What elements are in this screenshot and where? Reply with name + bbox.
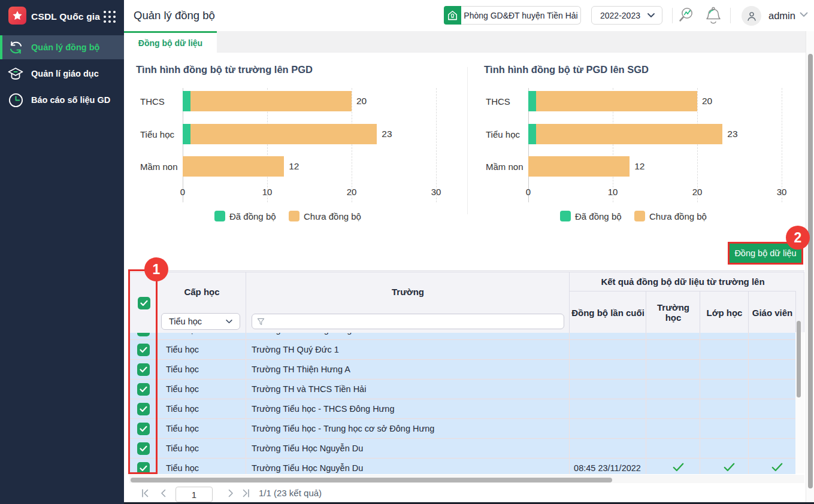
gridline [697, 88, 698, 202]
prev-page-icon[interactable] [159, 488, 168, 498]
table-vertical-scrollbar[interactable] [795, 332, 804, 473]
bar-value-label: 12 [634, 161, 644, 172]
legend-swatch [560, 211, 571, 221]
table-row[interactable]: Tiểu họcTrường Tiểu Học Nguyễn Du08:45 2… [129, 459, 795, 474]
cell-last-sync: 08:45 23/11/2022 [569, 459, 646, 474]
gridline [352, 88, 352, 202]
cell-school: Trường Tiểu Học Nguyễn Du [252, 439, 363, 458]
bar-segment-synced [528, 91, 536, 111]
divider [730, 8, 731, 23]
table-rows: Tiểu họcTrường TH Phương CôngTiểu họcTrư… [129, 333, 795, 474]
column-divider [646, 379, 646, 399]
bar-segment-unsynced [536, 91, 697, 111]
page-title: Quản lý đồng bộ [134, 0, 215, 31]
next-page-icon[interactable] [226, 488, 235, 498]
legend-swatch [634, 211, 645, 221]
school-year-value: 2022-2023 [600, 11, 640, 20]
bar-segment-unsynced [536, 124, 722, 144]
x-tick-label: 30 [431, 187, 441, 197]
table-row[interactable]: Tiểu họcTrường TH Quý Đức 1 [129, 340, 795, 360]
apps-grid-icon[interactable] [103, 10, 116, 23]
pagination: 1 1/1 (23 kết quả) [124, 483, 806, 502]
column-divider [646, 399, 646, 419]
cell-level: Tiểu học [166, 333, 199, 339]
table-vertical-scrollbar-thumb[interactable] [797, 321, 801, 397]
sidebar-item-1[interactable]: Quản lí giáo dục [0, 62, 124, 86]
column-divider [646, 340, 646, 360]
results-count: 1/1 (23 kết quả) [259, 483, 322, 502]
user-avatar[interactable] [742, 6, 761, 26]
last-page-icon[interactable] [241, 488, 251, 498]
sidebar-item-0[interactable]: Quản lý đồng bộ [0, 35, 124, 59]
bar-segment-unsynced [190, 91, 352, 111]
graduation-cap-icon [7, 65, 24, 82]
cell-school: Trường TH và THCS Tiền Hải [252, 379, 366, 399]
table-horizontal-scrollbar[interactable] [129, 475, 804, 483]
table-row[interactable]: Tiểu họcTrường TH Thiện Hưng A [129, 360, 795, 379]
column-divider [246, 333, 246, 340]
user-name[interactable]: admin [768, 0, 795, 31]
home-icon [447, 10, 458, 21]
unit-selector[interactable]: Phòng GD&ĐT huyện Tiền Hải [461, 6, 581, 25]
schools-table: Kết quả đồng bộ dữ liệu từ trường lên Cấ… [129, 271, 804, 473]
cell-school: Trường Tiểu học - Trung học cơ sở Đông H… [252, 419, 434, 438]
column-divider [700, 360, 700, 379]
user-menu-chevron-icon[interactable] [800, 12, 808, 17]
x-tick-label: 30 [777, 187, 787, 197]
legend-item[interactable]: Đã đồng bộ [560, 211, 622, 221]
table-row[interactable]: Tiểu họcTrường Tiểu học - Trung học cơ s… [129, 419, 795, 439]
column-classes: Lớp học [700, 292, 749, 333]
column-divider [748, 379, 749, 399]
level-filter-select[interactable]: Tiểu học [161, 313, 240, 330]
table-horizontal-scrollbar-thumb[interactable] [131, 478, 612, 482]
school-filter-input[interactable] [252, 314, 564, 329]
column-divider [569, 379, 570, 399]
level-filter-value: Tiểu học [169, 317, 202, 326]
first-page-icon[interactable] [140, 488, 150, 498]
column-divider [246, 379, 246, 399]
cell-level: Tiểu học [166, 340, 199, 359]
column-divider [246, 360, 246, 379]
home-button[interactable] [444, 6, 461, 25]
column-divider [700, 340, 700, 360]
page-vertical-scrollbar-thumb[interactable] [808, 54, 813, 488]
stats-search-icon[interactable] [678, 5, 698, 26]
check-icon [771, 463, 783, 474]
table-row[interactable]: Tiểu họcTrường TH Phương Công [129, 333, 795, 340]
column-divider [748, 340, 749, 360]
legend-item[interactable]: Chưa đồng bộ [289, 211, 361, 221]
x-tick-label: 10 [262, 187, 273, 197]
table-row[interactable]: Tiểu họcTrường Tiểu học - THCS Đông Hưng [129, 399, 795, 419]
column-divider [246, 399, 246, 419]
bar-value-label: 23 [727, 129, 737, 139]
app-root: CSDL Quốc gia Quản lý đồng bộ Quản lí gi… [0, 0, 814, 504]
column-level: Cấp học [158, 287, 246, 297]
sidebar-item-2[interactable]: Báo cáo số liệu GD [0, 88, 124, 112]
column-last-sync: Đồng bộ lần cuối [570, 292, 646, 333]
legend-item[interactable]: Chưa đồng bộ [634, 211, 707, 221]
table-row[interactable]: Tiểu họcTrường TH và THCS Tiền Hải [129, 379, 795, 399]
current-page-box[interactable]: 1 [175, 487, 213, 502]
table-row[interactable]: Tiểu họcTrường Tiểu Học Nguyễn Du [129, 439, 795, 459]
notifications-bell-icon[interactable] [703, 5, 724, 26]
cell-level: Tiểu học [166, 379, 199, 399]
x-tick-label: 0 [180, 187, 185, 197]
tab-dong-bo-du-lieu[interactable]: Đồng bộ dữ liệu [124, 31, 217, 53]
cell-school: Trường TH Phương Công [252, 333, 352, 339]
cell-level: Tiểu học [166, 459, 199, 474]
page-vertical-scrollbar[interactable] [806, 31, 814, 504]
legend-swatch [289, 211, 299, 221]
school-year-select[interactable]: 2022-2023 [591, 6, 662, 25]
x-tick-label: 10 [608, 187, 618, 197]
column-divider [700, 379, 700, 399]
column-divider [246, 459, 246, 474]
category-label: Tiểu học [486, 129, 520, 139]
legend-item[interactable]: Đã đồng bộ [214, 211, 276, 221]
chart-title-0: Tình hình đồng bộ từ trường lên PGD [136, 64, 313, 75]
person-icon [746, 10, 758, 22]
column-teachers: Giáo viên [749, 292, 796, 333]
check-icon [673, 463, 684, 474]
cell-school: Trường TH Thiện Hưng A [252, 360, 350, 379]
app-logo-icon [8, 7, 26, 25]
cell-school: Trường Tiểu học - THCS Đông Hưng [252, 399, 394, 418]
